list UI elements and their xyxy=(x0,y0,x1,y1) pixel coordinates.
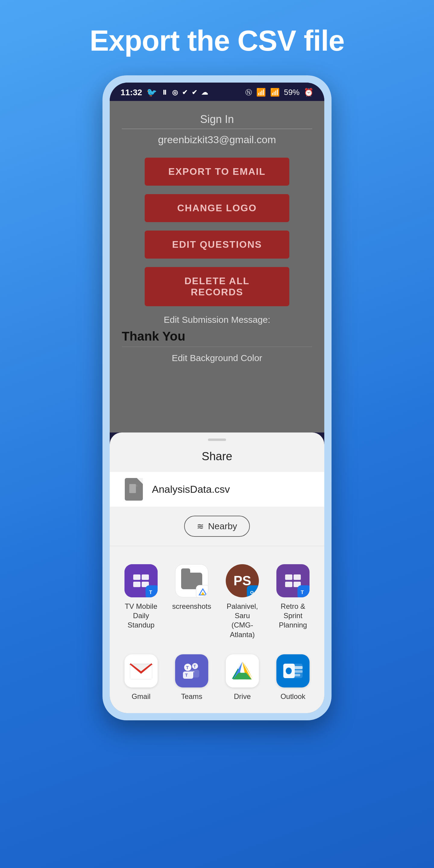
phone-frame: 11:32 🐦 ⏸ ◎ ✔ ✔ ☁ Ⓝ 📶 📶 59% ⏰ Sign In gr… xyxy=(102,75,332,720)
alarm-icon: ⏰ xyxy=(304,88,313,97)
export-to-email-button[interactable]: EXPORT TO EMAIL xyxy=(145,158,289,186)
tv-mobile-icon: T xyxy=(124,564,158,597)
screenshots-label: screenshots xyxy=(172,601,211,611)
gmail-icon-inner xyxy=(124,654,158,687)
phone-screen: 11:32 🐦 ⏸ ◎ ✔ ✔ ☁ Ⓝ 📶 📶 59% ⏰ Sign In gr… xyxy=(110,83,324,713)
wifi-icon: 📶 xyxy=(256,88,266,97)
svg-text:T: T xyxy=(193,664,196,669)
app-item-drive[interactable]: Drive xyxy=(217,648,268,704)
svg-rect-45 xyxy=(294,674,300,676)
status-bar: 11:32 🐦 ⏸ ◎ ✔ ✔ ☁ Ⓝ 📶 📶 59% ⏰ xyxy=(110,83,324,101)
outlook-icon-inner xyxy=(276,654,310,687)
outlook-mini-icon: O xyxy=(250,589,258,595)
svg-text:T: T xyxy=(185,673,188,678)
status-right: Ⓝ 📶 📶 59% ⏰ xyxy=(245,88,313,97)
app-item-tv-mobile[interactable]: T TV Mobile DailyStandup xyxy=(116,558,166,642)
app-item-teams[interactable]: T T T T Teams xyxy=(166,648,217,704)
share-title: Share xyxy=(110,450,324,463)
gmail-svg xyxy=(129,661,153,680)
delete-all-records-button[interactable]: DELETE ALL RECORDS xyxy=(145,267,289,306)
tv-mobile-icon-inner: T xyxy=(124,564,158,597)
check-icon: ✔ xyxy=(182,89,187,96)
google-drive-badge xyxy=(196,585,208,597)
nearby-button[interactable]: ≋ Nearby xyxy=(184,516,250,537)
palanivel-icon: PS O xyxy=(226,564,259,597)
check2-icon: ✔ xyxy=(192,89,197,96)
svg-rect-29 xyxy=(183,672,193,679)
thank-you-text: Thank You xyxy=(122,329,312,347)
svg-rect-2 xyxy=(133,575,141,580)
teams-label: Teams xyxy=(181,692,203,701)
svg-rect-3 xyxy=(142,575,149,580)
tv-mobile-label: TV Mobile DailyStandup xyxy=(119,601,163,630)
teams-icon: T T T T xyxy=(175,654,208,687)
teams-icon-inner: T T T T xyxy=(175,654,208,687)
svg-rect-44 xyxy=(294,670,303,673)
folder-icon-wrap xyxy=(176,564,208,597)
file-row: AnalysisData.csv xyxy=(110,472,324,507)
nearby-button-label: Nearby xyxy=(208,521,237,531)
page-title: Export the CSV file xyxy=(90,24,344,57)
svg-rect-14 xyxy=(293,575,301,580)
drive-svg xyxy=(230,660,254,682)
svg-rect-13 xyxy=(285,575,292,580)
svg-text:T: T xyxy=(186,665,189,670)
share-sheet: Share AnalysisData.csv ≋ Nearby xyxy=(110,433,324,713)
change-logo-button[interactable]: CHANGE LOGO xyxy=(145,194,289,222)
svg-point-42 xyxy=(286,668,292,674)
svg-rect-43 xyxy=(294,666,303,669)
nearby-icon: ≋ xyxy=(197,521,204,531)
outlook-label: Outlook xyxy=(281,692,306,701)
nfc-icon: Ⓝ xyxy=(245,88,252,97)
svg-text:T: T xyxy=(301,590,304,595)
background-color-label: Edit Background Color xyxy=(172,353,262,363)
nearby-section: ≋ Nearby xyxy=(110,507,324,546)
app-item-outlook[interactable]: Outlook xyxy=(268,648,318,704)
share-divider xyxy=(110,546,324,546)
teams-mini-icon: T xyxy=(300,589,309,595)
teams-badge: T xyxy=(146,585,158,597)
signal-icon: 📶 xyxy=(270,88,280,97)
csv-file-icon xyxy=(129,484,138,495)
teams-badge-icon: T xyxy=(149,589,156,595)
app-content: Sign In greenbizkit33@gmail.com EXPORT T… xyxy=(110,101,324,433)
file-name: AnalysisData.csv xyxy=(152,484,230,495)
voicemail-icon: ⏸ xyxy=(161,89,168,96)
submission-message-label: Edit Submission Message: xyxy=(164,315,270,325)
email-display: greenbizkit33@gmail.com xyxy=(158,134,276,146)
teams-mini-badge: T xyxy=(298,585,310,597)
file-icon xyxy=(125,478,143,501)
svg-rect-15 xyxy=(285,582,292,587)
palanivel-label: Palanivel, Saru(CMG-Atlanta) xyxy=(220,601,265,639)
app-item-screenshots[interactable]: screenshots xyxy=(166,558,217,642)
app-item-gmail[interactable]: Gmail xyxy=(116,648,166,704)
teams-svg: T T T T xyxy=(181,661,202,681)
svg-marker-1 xyxy=(136,484,138,487)
svg-text:T: T xyxy=(149,590,152,595)
google-drive-mini-icon xyxy=(198,588,207,595)
gmail-label: Gmail xyxy=(132,692,151,701)
sign-in-label: Sign In xyxy=(122,113,312,129)
astro-icon: ◎ xyxy=(172,89,178,96)
app-grid-row1: T TV Mobile DailyStandup xyxy=(110,552,324,648)
battery-display: 59% xyxy=(284,88,300,97)
cloud-icon: ☁ xyxy=(201,89,208,96)
app-item-palanivel[interactable]: PS O Palanivel, Saru(CMG-Atlanta) xyxy=(217,558,268,642)
drive-icon-inner xyxy=(226,654,259,687)
outlook-mini-badge: O xyxy=(247,585,259,597)
drive-icon xyxy=(226,654,259,687)
status-left: 11:32 🐦 ⏸ ◎ ✔ ✔ ☁ xyxy=(121,87,208,97)
retro-icon: T xyxy=(276,564,310,597)
svg-text:O: O xyxy=(250,590,254,595)
outlook-icon xyxy=(276,654,310,687)
svg-rect-0 xyxy=(129,484,136,493)
edit-questions-button[interactable]: EDIT QUESTIONS xyxy=(145,230,289,258)
screenshots-icon xyxy=(175,564,208,597)
app-item-retro[interactable]: T Retro & SprintPlanning xyxy=(268,558,318,642)
outlook-svg xyxy=(281,661,304,681)
drive-label: Drive xyxy=(234,692,251,701)
retro-label: Retro & SprintPlanning xyxy=(271,601,315,630)
app-grid-row2: Gmail T T T xyxy=(110,648,324,713)
gmail-icon xyxy=(124,654,158,687)
time-display: 11:32 xyxy=(121,88,142,97)
